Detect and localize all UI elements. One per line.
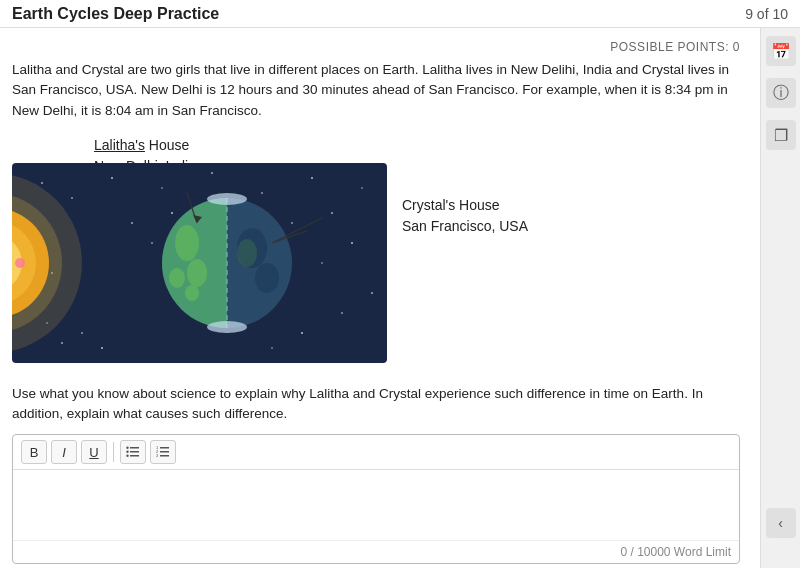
svg-rect-52 xyxy=(130,451,139,453)
svg-point-18 xyxy=(151,242,153,244)
svg-point-19 xyxy=(171,212,173,214)
diagram-container: Lalitha's House New Delhi, India Crystal… xyxy=(12,135,740,370)
svg-point-37 xyxy=(187,259,207,287)
sidebar-panel: 📅 ⓘ ❐ ‹ xyxy=(760,28,800,568)
svg-rect-53 xyxy=(130,455,139,457)
svg-point-13 xyxy=(371,292,373,294)
italic-button[interactable]: I xyxy=(51,440,77,464)
svg-point-27 xyxy=(101,347,103,349)
calendar-icon: 📅 xyxy=(771,42,791,61)
bullet-list-icon xyxy=(126,445,140,459)
svg-point-36 xyxy=(175,225,199,261)
info-icon: ⓘ xyxy=(773,83,789,104)
svg-point-11 xyxy=(351,242,353,244)
header: Earth Cycles Deep Practice 9 of 10 xyxy=(0,0,800,28)
expand-button[interactable]: ❐ xyxy=(766,120,796,150)
svg-point-1 xyxy=(41,182,43,184)
bold-button[interactable]: B xyxy=(21,440,47,464)
svg-point-17 xyxy=(131,222,133,224)
svg-point-12 xyxy=(321,262,323,264)
instruction-text: Use what you know about science to expla… xyxy=(12,384,740,425)
svg-point-10 xyxy=(291,222,293,224)
svg-point-50 xyxy=(15,258,25,268)
svg-rect-57 xyxy=(160,447,169,449)
svg-rect-58 xyxy=(160,451,169,453)
label-crystal: Crystal's House San Francisco, USA xyxy=(402,195,528,237)
svg-point-25 xyxy=(61,342,63,344)
svg-text:3: 3 xyxy=(156,453,159,458)
earth-sun-svg xyxy=(12,163,387,363)
collapse-icon: ‹ xyxy=(778,515,783,531)
svg-point-3 xyxy=(111,177,113,179)
svg-point-26 xyxy=(81,332,83,334)
svg-point-42 xyxy=(237,239,257,267)
svg-point-44 xyxy=(207,193,247,205)
svg-point-6 xyxy=(261,192,263,194)
main-layout: POSSIBLE POINTS: 0 Lalitha and Crystal a… xyxy=(0,28,800,568)
svg-point-14 xyxy=(341,312,343,314)
progress-indicator: 9 of 10 xyxy=(745,6,788,22)
info-button[interactable]: ⓘ xyxy=(766,78,796,108)
svg-point-45 xyxy=(207,321,247,333)
lalitha-underline: Lalitha's xyxy=(94,137,145,153)
svg-point-38 xyxy=(169,268,185,288)
svg-point-7 xyxy=(311,177,313,179)
svg-rect-59 xyxy=(160,455,169,457)
svg-point-2 xyxy=(71,197,73,199)
description-text: Lalitha and Crystal are two girls that l… xyxy=(12,60,740,121)
svg-point-16 xyxy=(271,347,273,349)
editor-toolbar: B I U xyxy=(13,435,739,470)
numbered-list-button[interactable]: 1 2 3 xyxy=(150,440,176,464)
collapse-button[interactable]: ‹ xyxy=(766,508,796,538)
svg-point-5 xyxy=(211,172,213,174)
toolbar-divider-1 xyxy=(113,442,114,462)
svg-point-55 xyxy=(126,451,128,453)
svg-point-8 xyxy=(361,187,363,189)
numbered-list-icon: 1 2 3 xyxy=(156,445,170,459)
svg-point-9 xyxy=(331,212,333,214)
svg-point-15 xyxy=(301,332,303,334)
possible-points: POSSIBLE POINTS: 0 xyxy=(12,40,740,54)
page-title: Earth Cycles Deep Practice xyxy=(12,5,219,23)
bullet-list-button[interactable] xyxy=(120,440,146,464)
editor-body[interactable] xyxy=(13,470,739,540)
svg-point-54 xyxy=(126,447,128,449)
text-editor: B I U xyxy=(12,434,740,564)
svg-point-41 xyxy=(255,263,279,293)
lalitha-name: Lalitha's House xyxy=(94,137,189,153)
content-area: POSSIBLE POINTS: 0 Lalitha and Crystal a… xyxy=(0,28,760,568)
svg-point-4 xyxy=(161,187,163,189)
svg-rect-51 xyxy=(130,447,139,449)
calendar-button[interactable]: 📅 xyxy=(766,36,796,66)
svg-point-39 xyxy=(185,285,199,301)
word-limit: 0 / 10000 Word Limit xyxy=(13,540,739,563)
svg-point-56 xyxy=(126,455,128,457)
expand-icon: ❐ xyxy=(774,126,788,145)
underline-button[interactable]: U xyxy=(81,440,107,464)
earth-diagram xyxy=(12,163,387,363)
